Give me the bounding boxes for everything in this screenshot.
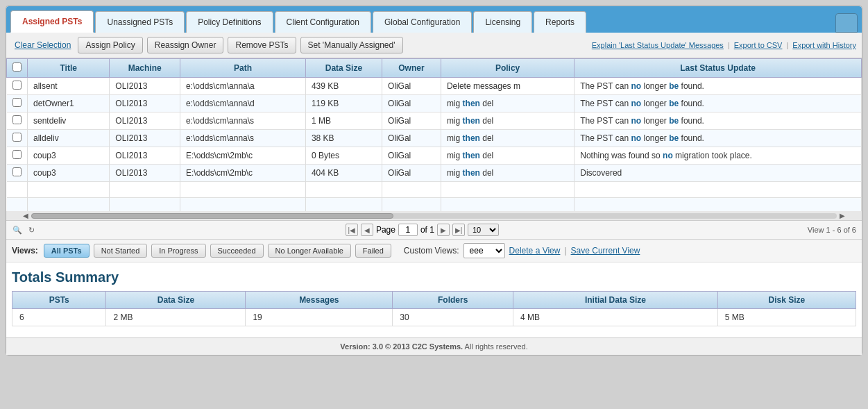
horizontal-scrollbar[interactable]: ◀ ▶	[6, 211, 862, 221]
cell-path: E:\odds\cm\2mb\c	[180, 165, 306, 182]
totals-col-disk: Disk Size	[717, 292, 856, 309]
cell-policy: mig then del	[441, 112, 574, 130]
tab-licensing[interactable]: Licensing	[473, 11, 532, 33]
empty-cell	[110, 182, 180, 198]
table-row: sentdelivOLI2013e:\odds\cm\anna\s1 MBOli…	[7, 112, 862, 130]
col-policy: Policy	[441, 59, 574, 78]
cell-datasize: 0 Bytes	[305, 147, 382, 165]
page-next-button[interactable]: ▶	[437, 224, 450, 236]
empty-cell	[382, 198, 441, 212]
empty-row	[7, 198, 862, 212]
row-checkbox-cell	[7, 165, 28, 182]
scroll-right-arrow[interactable]: ▶	[837, 212, 848, 219]
view-in-progress[interactable]: In Progress	[151, 244, 205, 258]
cell-policy: Delete messages m	[441, 78, 574, 95]
col-owner: Owner	[382, 59, 441, 78]
page-input[interactable]	[398, 224, 418, 236]
totals-disk-value: 5 MB	[717, 309, 856, 326]
table-row: coup3OLI2013E:\odds\cm\2mb\c0 BytesOliGa…	[7, 147, 862, 165]
export-history-link[interactable]: Export with History	[792, 41, 856, 49]
assign-policy-button[interactable]: Assign Policy	[78, 37, 142, 53]
row-checkbox[interactable]	[12, 115, 22, 124]
row-checkbox-cell	[7, 130, 28, 147]
remove-psts-button[interactable]: Remove PSTs	[228, 37, 296, 53]
totals-data-row: 6 2 MB 19 30 4 MB 5 MB	[12, 309, 856, 326]
cell-status: The PST can no longer be found.	[575, 112, 862, 130]
table-row: allsentOLI2013e:\odds\cm\anna\a439 KBOli…	[7, 78, 862, 95]
page-of-label: of 1	[420, 225, 434, 235]
empty-cell	[110, 198, 180, 212]
cell-policy: mig then del	[441, 95, 574, 112]
scroll-left-arrow[interactable]: ◀	[20, 212, 31, 219]
export-csv-link[interactable]: Export to CSV	[734, 41, 783, 49]
row-checkbox[interactable]	[12, 133, 22, 142]
cell-status: Nothing was found so no migration took p…	[575, 147, 862, 165]
cell-datasize: 404 KB	[305, 165, 382, 182]
page-first-button[interactable]: |◀	[346, 224, 358, 236]
data-table-wrapper: Title Machine Path Data Size Owner Polic…	[6, 58, 862, 211]
totals-col-psts: PSTs	[12, 292, 106, 309]
empty-cell	[7, 198, 28, 212]
tab-policy-definitions[interactable]: Policy Definitions	[186, 11, 273, 33]
row-checkbox[interactable]	[12, 81, 22, 90]
refresh-icon[interactable]: ↻	[26, 224, 37, 235]
row-checkbox[interactable]	[12, 150, 22, 159]
scrollbar-track[interactable]	[31, 213, 837, 219]
cell-machine: OLI2013	[110, 147, 180, 165]
totals-col-messages: Messages	[246, 292, 393, 309]
empty-cell	[441, 182, 574, 198]
custom-views-select[interactable]: eee	[463, 243, 505, 258]
delete-view-link[interactable]: Delete a View	[509, 246, 561, 256]
view-no-longer-available[interactable]: No Longer Available	[268, 244, 351, 258]
cell-policy: mig then del	[441, 130, 574, 147]
empty-cell	[575, 182, 862, 198]
tab-client-configuration[interactable]: Client Configuration	[275, 11, 371, 33]
views-label: Views:	[12, 246, 38, 256]
cell-status: The PST can no longer be found.	[575, 130, 862, 147]
cell-owner: OliGal	[382, 147, 441, 165]
row-checkbox-cell	[7, 112, 28, 130]
cell-owner: OliGal	[382, 78, 441, 95]
empty-cell	[305, 182, 382, 198]
set-manually-button[interactable]: Set 'Manually Assigned'	[300, 37, 403, 53]
cell-policy: mig then del	[441, 165, 574, 182]
view-succeeded[interactable]: Succeeded	[210, 244, 264, 258]
row-checkbox[interactable]	[12, 98, 22, 107]
cell-datasize: 1 MB	[305, 112, 382, 130]
explain-link[interactable]: Explain 'Last Status Update' Messages	[592, 41, 724, 49]
empty-cell	[7, 182, 28, 198]
view-not-started[interactable]: Not Started	[94, 244, 148, 258]
totals-folders-value: 30	[393, 309, 513, 326]
footer-text: Version: 3.0 © 2013 C2C Systems. All rig…	[340, 342, 527, 351]
page-last-button[interactable]: ▶|	[452, 224, 465, 236]
col-title: Title	[28, 59, 110, 78]
select-all-checkbox[interactable]	[12, 62, 22, 72]
table-header-row: Title Machine Path Data Size Owner Polic…	[7, 59, 862, 78]
pagination-right: View 1 - 6 of 6	[808, 226, 856, 234]
view-failed[interactable]: Failed	[355, 244, 391, 258]
reassign-owner-button[interactable]: Reassign Owner	[147, 37, 224, 53]
table-row: coup3OLI2013E:\odds\cm\2mb\c404 KBOliGal…	[7, 165, 862, 182]
cell-status: Discovered	[575, 165, 862, 182]
custom-views-label: Custom Views:	[404, 246, 459, 256]
tab-assigned-psts[interactable]: Assigned PSTs	[10, 10, 94, 33]
page-prev-button[interactable]: ◀	[361, 224, 373, 236]
tab-right-button[interactable]	[835, 13, 858, 33]
select-all-header[interactable]	[7, 59, 28, 78]
search-icon[interactable]: 🔍	[12, 224, 23, 235]
tab-unassigned-psts[interactable]: Unassigned PSTs	[95, 11, 185, 33]
tab-reports[interactable]: Reports	[534, 11, 586, 33]
tab-global-configuration[interactable]: Global Configuration	[373, 11, 472, 33]
clear-selection-button[interactable]: Clear Selection	[12, 39, 74, 51]
totals-table: PSTs Data Size Messages Folders Initial …	[12, 291, 856, 326]
scrollbar-thumb[interactable]	[31, 213, 393, 219]
per-page-select[interactable]: 10 25 50 100	[468, 224, 499, 236]
empty-cell	[180, 182, 306, 198]
view-all-psts[interactable]: All PSTs	[44, 244, 90, 258]
row-checkbox[interactable]	[12, 167, 22, 176]
views-bar: Views: All PSTs Not Started In Progress …	[6, 240, 862, 262]
cell-status: The PST can no longer be found.	[575, 95, 862, 112]
totals-col-folders: Folders	[393, 292, 513, 309]
empty-row	[7, 182, 862, 198]
save-view-link[interactable]: Save Current View	[571, 246, 640, 256]
